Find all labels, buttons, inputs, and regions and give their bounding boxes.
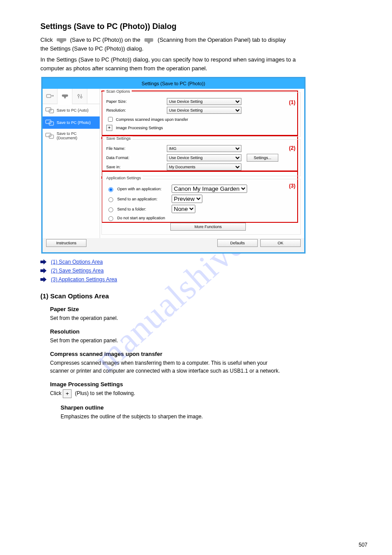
sidebar-item-auto[interactable]: Save to PC (Auto) <box>43 104 100 116</box>
page-heading: Settings (Save to PC (Photo)) Dialog <box>40 22 369 31</box>
svg-marker-4 <box>64 97 66 99</box>
do-not-start-radio[interactable] <box>108 216 113 221</box>
imgproc-heading: Image Processing Settings <box>50 381 369 388</box>
sidebar-item-photo[interactable]: Save to PC (Photo) <box>43 116 100 129</box>
tabstrip <box>43 89 100 104</box>
compress-label: Compress scanned images upon transfer <box>116 117 188 122</box>
resolution-label: Resolution: <box>106 108 163 112</box>
resolution-select[interactable]: Use Device Setting <box>167 107 241 114</box>
open-with-radio[interactable] <box>108 187 113 192</box>
expand-plus-icon[interactable]: + <box>106 125 112 131</box>
scan-legend: Scan Options <box>104 89 132 94</box>
svg-rect-3 <box>62 94 68 97</box>
link-save-settings[interactable]: (2) Save Settings Area <box>51 268 104 274</box>
sidebar-item-label: Save to PC (Photo) <box>57 120 91 125</box>
dataformat-select[interactable]: Use Device Setting <box>167 154 241 161</box>
pc-icon <box>45 119 54 126</box>
ok-button[interactable]: OK <box>260 239 301 247</box>
send-app-label: Send to an application: <box>117 197 169 201</box>
page-number: 507 <box>359 542 367 548</box>
arrow-right-icon <box>40 277 47 282</box>
send-folder-label: Send to a folder: <box>117 207 169 211</box>
imgproc-label: Image Processing Settings <box>116 126 163 130</box>
savein-label: Save in: <box>106 165 163 169</box>
resolution-heading: Resolution <box>50 328 369 335</box>
svg-point-6 <box>78 94 79 96</box>
sidebar-item-document[interactable]: Save to PC (Document) <box>43 129 100 143</box>
compress-desc: Compresses scanned images when transferr… <box>50 359 369 375</box>
svg-marker-15 <box>40 259 47 265</box>
dataformat-settings-button[interactable]: Settings... <box>247 154 278 162</box>
sidebar-item-label: Save to PC (Auto) <box>57 108 89 112</box>
section-scan-options-area: (1) Scan Options Area <box>40 292 369 300</box>
do-not-start-label: Do not start any application <box>117 216 165 220</box>
link-application-settings[interactable]: (3) Application Settings Area <box>51 276 117 283</box>
plus-icon: + <box>63 389 72 398</box>
arrow-right-icon <box>40 259 47 265</box>
tab-pc-to-scanner[interactable] <box>43 89 58 104</box>
svg-point-8 <box>80 96 82 98</box>
dataformat-label: Data Format: <box>106 156 163 160</box>
send-app-select[interactable]: Preview <box>172 195 202 203</box>
filename-input[interactable]: IMG <box>167 145 241 152</box>
pc-icon <box>45 107 54 114</box>
app-legend: Application Settings <box>104 176 143 180</box>
arrow-right-icon <box>40 268 47 273</box>
defaults-button[interactable]: Defaults <box>217 239 258 247</box>
paper-size-heading: Paper Size <box>50 306 369 312</box>
open-with-select[interactable]: Canon My Image Garden <box>172 185 247 193</box>
sharpen-desc: Emphasizes the outline of the subjects t… <box>61 413 369 421</box>
paper-size-label: Paper Size: <box>106 99 163 104</box>
compress-checkbox[interactable] <box>108 117 113 122</box>
svg-rect-2 <box>47 94 51 98</box>
send-folder-select[interactable]: None <box>172 205 195 213</box>
send-folder-radio[interactable] <box>108 207 113 212</box>
dialog-titlebar: Settings (Save to PC (Photo)) <box>43 78 304 89</box>
intro-line-1: Click (Save to PC (Photo)) on the (Scann… <box>40 36 369 53</box>
settings-dialog: Settings (Save to PC (Photo)) Save <box>41 77 306 254</box>
savein-select[interactable]: My Documents <box>167 163 241 170</box>
svg-marker-16 <box>40 268 47 273</box>
svg-rect-0 <box>144 38 153 42</box>
svg-marker-1 <box>147 42 151 44</box>
intro-para-2: In the Settings (Save to PC (Photo)) dia… <box>40 55 369 73</box>
instructions-button[interactable]: Instructions <box>46 239 86 247</box>
resolution-desc: Set from the operation panel. <box>50 337 369 345</box>
open-with-label: Open with an application: <box>117 187 169 191</box>
compress-heading: Compress scanned images upon transfer <box>50 351 369 357</box>
send-app-radio[interactable] <box>108 197 113 202</box>
svg-marker-17 <box>40 277 47 282</box>
sidebar-item-label: Save to PC (Document) <box>57 131 97 140</box>
pc-icon <box>45 132 54 139</box>
tab-settings-sliders[interactable] <box>72 89 87 104</box>
paper-size-select[interactable]: Use Device Setting <box>167 98 241 105</box>
filename-label: File Name: <box>106 146 163 151</box>
save-legend: Save Settings <box>104 136 133 141</box>
paper-size-desc: Set from the operation panel. <box>50 314 369 322</box>
tab-scanner-to-pc[interactable] <box>58 89 72 105</box>
more-functions-button[interactable]: More Functions <box>170 223 246 231</box>
link-scan-options[interactable]: (1) Scan Options Area <box>51 259 103 265</box>
scanner-down-icon <box>56 36 67 44</box>
scanner-plain-icon <box>144 36 154 44</box>
sharpen-heading: Sharpen outline <box>61 404 369 411</box>
imgproc-desc: Click + (Plus) to set the following. <box>50 389 369 398</box>
